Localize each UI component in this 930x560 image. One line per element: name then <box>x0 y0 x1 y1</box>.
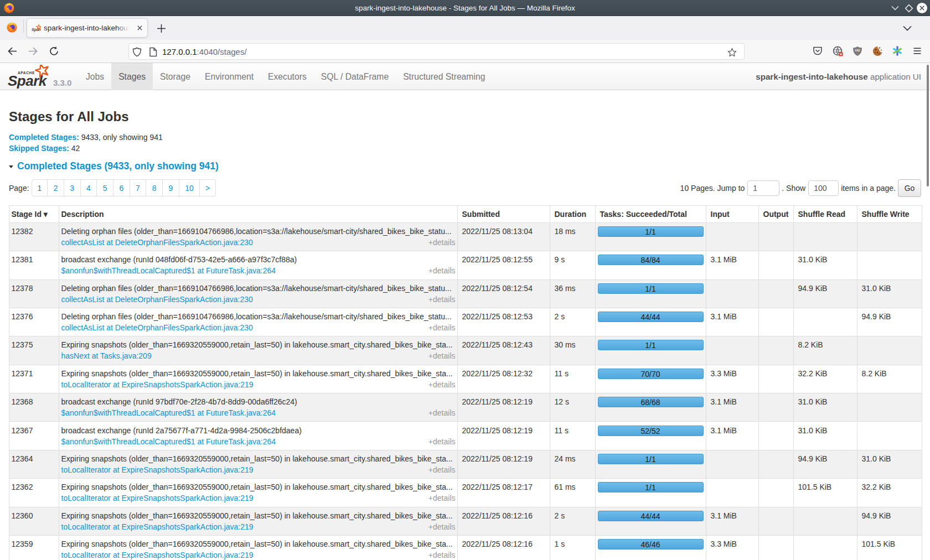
svg-text:UO: UO <box>855 49 860 52</box>
